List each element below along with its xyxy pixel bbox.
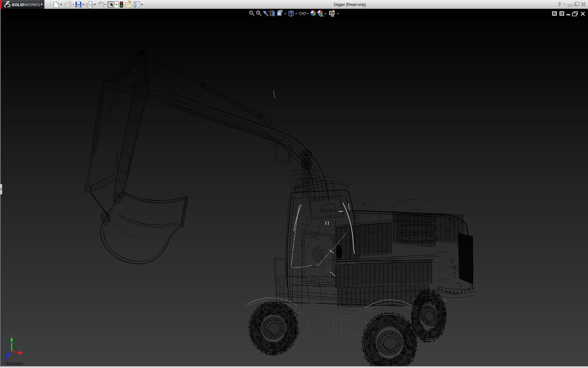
- svg-text:Digger [Read-only]: Digger [Read-only]: [334, 2, 366, 7]
- svg-text:?: ?: [558, 2, 561, 7]
- svg-text:SOLIDWORKS: SOLIDWORKS: [12, 2, 40, 7]
